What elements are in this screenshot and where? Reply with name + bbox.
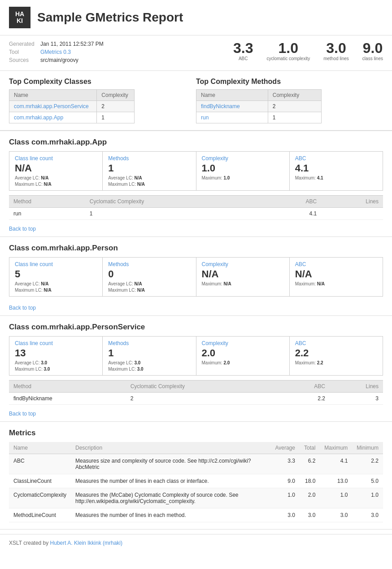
metrics-table: NameDescriptionAverageTotalMaximumMinimu…	[9, 442, 383, 522]
generated-label: Generated	[9, 41, 36, 47]
back-to-top-link[interactable]: Back to top	[9, 301, 383, 315]
metric-card-value: N/A	[295, 268, 377, 280]
metric-card-sub1-value: N/A	[223, 281, 231, 286]
metric-card-link[interactable]: Class line count	[15, 340, 97, 346]
metric-card: ABC N/A Maximum: N/A	[290, 258, 383, 296]
metric-card-link[interactable]: ABC	[295, 340, 377, 346]
logo: HAKI	[9, 7, 30, 28]
metric-total: 3.0	[300, 508, 320, 522]
metric-card-sub1-value: N/A	[134, 281, 142, 286]
tool-link[interactable]: GMetrics 0.3	[40, 49, 71, 55]
class-section: Class com.mrhaki.app.App Class line coun…	[0, 131, 392, 236]
metric-card-sub2: Maximum LC: 3.0	[15, 367, 97, 372]
metric-card-sub2-value: N/A	[44, 182, 51, 187]
metric-description: Measures the (McCabe) Cyclomatic Complex…	[71, 488, 270, 508]
metric-card-value: 2.0	[202, 347, 284, 359]
method-abc: 2.2	[281, 393, 330, 405]
metric-card-link[interactable]: Complexity	[202, 155, 284, 162]
class-name-cell: com.mrhaki.app.PersonService	[9, 101, 97, 112]
method-complexity-cell: 1	[268, 112, 321, 123]
top-methods-wrapper: Top Complexity Methods NameComplexityfin…	[196, 78, 383, 123]
metric-card-sub1: Average LC: N/A	[15, 175, 97, 180]
metric-card-link[interactable]: Methods	[108, 261, 190, 267]
metric-card-link[interactable]: Class line count	[15, 261, 97, 267]
table-row: run 1 4.1	[9, 208, 383, 220]
metric-card-link[interactable]: Complexity	[202, 261, 284, 267]
footer-link[interactable]: Hubert A. Klein Ikkink (mrhaki)	[50, 540, 122, 546]
metric-name: CyclomaticComplexity	[9, 488, 71, 508]
metric-card: ABC 4.1 Maximum: 4.1	[290, 152, 383, 190]
metrics-section: Metrics NameDescriptionAverageTotalMaxim…	[0, 421, 392, 529]
metric-card-link[interactable]: ABC	[295, 155, 377, 162]
top-methods-header: Complexity	[268, 90, 321, 101]
back-to-top-link[interactable]: Back to top	[9, 407, 383, 421]
metric-minimum: 5.0	[352, 474, 383, 488]
metric-card-sub2: Maximum LC: 3.0	[108, 367, 190, 372]
stat-value: 1.0	[266, 41, 310, 55]
metric-card-value: 1.0	[202, 162, 284, 174]
metric-card-link[interactable]: Class line count	[15, 155, 97, 162]
metric-card: Methods 0 Average LC: N/AMaximum LC: N/A	[103, 258, 196, 296]
method-table-header-row: Method Cyclomatic Complexity ABC Lines	[9, 196, 383, 208]
metric-name: ClassLineCount	[9, 474, 71, 488]
metric-card-sub1: Maximum: 4.1	[295, 175, 377, 180]
method-link[interactable]: run	[201, 114, 209, 121]
metric-card-sub1: Average LC: N/A	[108, 281, 190, 286]
metric-name: MethodLineCount	[9, 508, 71, 522]
class-title: Class com.mrhaki.app.App	[9, 138, 383, 147]
top-methods-title: Top Complexity Methods	[196, 78, 383, 86]
method-table-header-row: Method Cyclomatic Complexity ABC Lines	[9, 381, 383, 393]
metric-card-sub1: Average LC: 3.0	[15, 360, 97, 365]
metric-card-link[interactable]: Complexity	[202, 340, 284, 346]
metric-card-value: 0	[108, 268, 190, 280]
metrics-table-header: Average	[270, 442, 299, 454]
stat-item: 9.0 class lines	[362, 41, 383, 61]
metric-card: Class line count 13 Average LC: 3.0Maxim…	[9, 337, 103, 375]
method-name-cell: findByNickname	[196, 101, 268, 112]
metrics-table-header: Minimum	[352, 442, 383, 454]
stat-item: 3.3 ABC	[233, 41, 253, 61]
class-title: Class com.mrhaki.app.PersonService	[9, 323, 383, 332]
class-complexity-cell: 2	[97, 101, 135, 112]
table-row: CyclomaticComplexity Measures the (McCab…	[9, 488, 383, 508]
table-row: findByNickname 2 2.2 3	[9, 393, 383, 405]
table-row: com.mrhaki.app.App1	[9, 112, 135, 123]
method-name: run	[9, 208, 85, 220]
stat-label: cyclomatic complexity	[266, 56, 310, 61]
class-link[interactable]: com.mrhaki.app.App	[14, 114, 63, 121]
metric-card-sub1: Average LC: 3.0	[108, 360, 190, 365]
top-classes-header: Name	[9, 90, 97, 101]
metric-card-sub1: Maximum: N/A	[295, 281, 377, 286]
metric-total: 18.0	[300, 474, 320, 488]
top-methods-header: Name	[196, 90, 268, 101]
metric-card-sub2-value: 3.0	[137, 367, 144, 372]
metric-description: Measures the number of lines in each met…	[71, 508, 270, 522]
table-row: MethodLineCount Measures the number of l…	[9, 508, 383, 522]
metric-total: 2.0	[300, 488, 320, 508]
metric-maximum: 1.0	[320, 488, 352, 508]
metric-card-link[interactable]: Methods	[108, 155, 190, 162]
metric-card-sub1-value: N/A	[134, 175, 142, 180]
metric-description: Measures size and complexity of source c…	[71, 454, 270, 474]
metric-card-sub1-value: 3.0	[134, 360, 140, 365]
page-title: Sample GMetrics Report	[37, 10, 183, 25]
metric-card: Methods 1 Average LC: N/AMaximum LC: N/A	[103, 152, 196, 190]
tool-label: Tool	[9, 49, 36, 55]
top-classes-table: NameComplexitycom.mrhaki.app.PersonServi…	[9, 89, 135, 123]
table-row: com.mrhaki.app.PersonService2	[9, 101, 135, 112]
metric-card-sub2-value: 3.0	[44, 367, 50, 372]
metrics-cards: Class line count N/A Average LC: N/AMaxi…	[9, 151, 383, 191]
method-th-cyclomatic: Cyclomatic Complexity	[126, 381, 281, 393]
generated-row: Generated Jan 11, 2011 12:52:37 PM	[9, 41, 233, 47]
meta-info: Generated Jan 11, 2011 12:52:37 PM Tool …	[9, 41, 233, 65]
metric-card-link[interactable]: Methods	[108, 340, 190, 346]
metric-card-sub2: Maximum LC: N/A	[108, 182, 190, 187]
metric-total: 6.2	[300, 454, 320, 474]
method-th-lines: Lines	[321, 196, 383, 208]
method-th-name: Method	[9, 196, 85, 208]
top-classes-title: Top Complexity Classes	[9, 78, 196, 86]
metric-card-link[interactable]: ABC	[295, 261, 377, 267]
method-link[interactable]: findByNickname	[201, 103, 240, 109]
back-to-top-link[interactable]: Back to top	[9, 222, 383, 236]
class-link[interactable]: com.mrhaki.app.PersonService	[14, 103, 89, 109]
